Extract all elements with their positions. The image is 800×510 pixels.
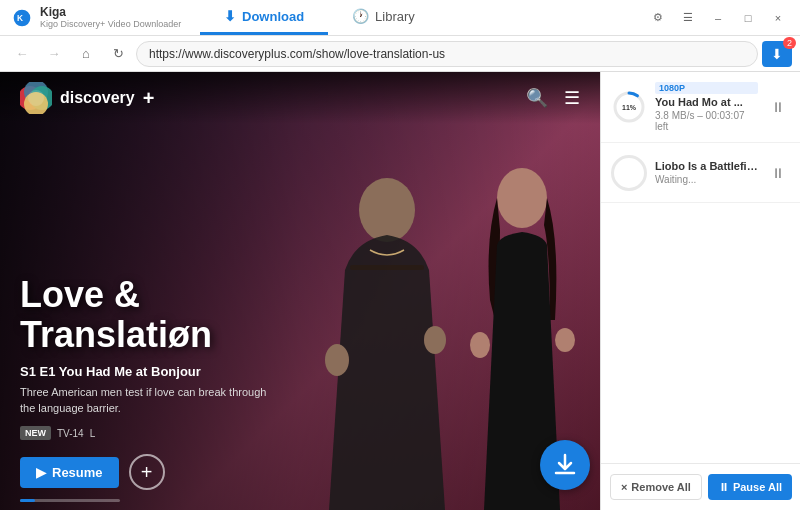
download-item-1: 11% 1080P You Had Mo at ... 3.8 MB/s – 0… (601, 72, 800, 143)
tag-rating: TV-14 (57, 428, 84, 439)
download-item-1-status: 3.8 MB/s – 00:03:07 left (655, 110, 758, 132)
settings-button[interactable]: ⚙ (644, 4, 672, 32)
app-logo-icon: K (12, 8, 32, 28)
hero-title: Love &Translatiøn (20, 275, 280, 354)
tag-new: NEW (20, 426, 51, 440)
download-item-2-title: Liobo Is a Battlefield (655, 160, 758, 172)
tabs-area: ⬇ Download 🕐 Library (200, 0, 644, 35)
pause-all-label: Pause All (733, 481, 782, 493)
download-panel: 11% 1080P You Had Mo at ... 3.8 MB/s – 0… (600, 72, 800, 510)
svg-point-5 (424, 326, 446, 354)
discovery-logo: discovery + (20, 82, 154, 114)
hero-content: Love &Translatiøn S1 E1 You Had Me at Bo… (0, 275, 300, 510)
download-item-2-info: Liobo Is a Battlefield Waiting... (655, 160, 758, 185)
svg-point-7 (470, 332, 490, 358)
download-tab-label: Download (242, 9, 304, 24)
play-icon: ▶ (36, 465, 46, 480)
app-subtitle: Kigo Discovery+ Video Downloader (40, 19, 181, 30)
back-button[interactable]: ← (8, 40, 36, 68)
download-badge-icon: ⬇ (771, 46, 783, 62)
add-to-list-button[interactable]: + (129, 454, 165, 490)
hero-description: Three American men test if love can brea… (20, 385, 280, 416)
waiting-circle-2 (611, 155, 647, 191)
hamburger-menu-icon[interactable]: ☰ (564, 87, 580, 109)
discovery-nav: 🔍 ☰ (526, 87, 580, 109)
plus-icon: + (141, 461, 153, 484)
download-progress-circle-1: 11% (611, 89, 647, 125)
close-button[interactable]: × (764, 4, 792, 32)
address-input[interactable] (136, 41, 758, 67)
window-controls: ⚙ ☰ – □ × (644, 4, 800, 32)
search-icon[interactable]: 🔍 (526, 87, 548, 109)
hero-section: discovery + 🔍 ☰ Love &Translatiøn S1 E1 … (0, 72, 600, 510)
svg-point-2 (359, 178, 415, 242)
maximize-button[interactable]: □ (734, 4, 762, 32)
pause-item-2-button[interactable]: ⏸ (766, 161, 790, 185)
main-area: discovery + 🔍 ☰ Love &Translatiøn S1 E1 … (0, 72, 800, 510)
app-title-text: Kiga Kigo Discovery+ Video Downloader (40, 5, 181, 30)
hero-episode: S1 E1 You Had Me at Bonjour (20, 364, 280, 379)
download-item-2: Liobo Is a Battlefield Waiting... ⏸ (601, 143, 800, 203)
svg-text:11%: 11% (622, 104, 637, 111)
title-bar: K Kiga Kigo Discovery+ Video Downloader … (0, 0, 800, 36)
resume-button[interactable]: ▶ Resume (20, 457, 119, 488)
minimize-button[interactable]: – (704, 4, 732, 32)
discovery-header: discovery + 🔍 ☰ (0, 72, 600, 124)
browser-view: discovery + 🔍 ☰ Love &Translatiøn S1 E1 … (0, 72, 600, 510)
download-badge-count: 2 (783, 37, 796, 49)
quality-badge-1: 1080P (655, 82, 758, 94)
download-tab-icon: ⬇ (224, 8, 236, 24)
download-item-1-title: You Had Mo at ... (655, 96, 758, 108)
download-floating-button[interactable] (540, 440, 590, 490)
svg-point-4 (325, 344, 349, 376)
hero-actions: ▶ Resume + (20, 454, 280, 490)
remove-all-icon: × (621, 481, 627, 493)
tab-library[interactable]: 🕐 Library (328, 0, 439, 35)
remove-all-label: Remove All (631, 481, 691, 493)
app-name: Kiga (40, 5, 181, 19)
download-item-1-info: 1080P You Had Mo at ... 3.8 MB/s – 00:03… (655, 82, 758, 132)
hero-tags: NEW TV-14 L (20, 426, 280, 440)
address-bar: ← → ⌂ ↻ ⬇ 2 (0, 36, 800, 72)
tag-lang: L (90, 428, 96, 439)
svg-text:K: K (17, 13, 23, 23)
download-badge-button[interactable]: ⬇ 2 (762, 41, 792, 67)
app-info: K Kiga Kigo Discovery+ Video Downloader (0, 5, 200, 30)
home-button[interactable]: ⌂ (72, 40, 100, 68)
tab-download[interactable]: ⬇ Download (200, 0, 328, 35)
menu-button[interactable]: ☰ (674, 4, 702, 32)
discovery-logo-icon (20, 82, 52, 114)
pause-all-button[interactable]: ⏸ Pause All (708, 474, 792, 500)
svg-point-8 (555, 328, 575, 352)
download-item-2-status: Waiting... (655, 174, 758, 185)
svg-point-14 (28, 90, 44, 106)
download-panel-footer: × Remove All ⏸ Pause All (601, 463, 800, 510)
refresh-button[interactable]: ↻ (104, 40, 132, 68)
library-tab-label: Library (375, 9, 415, 24)
svg-point-6 (497, 168, 547, 228)
forward-button[interactable]: → (40, 40, 68, 68)
pause-all-icon: ⏸ (718, 481, 729, 493)
discovery-logo-plus: + (143, 87, 155, 110)
remove-all-button[interactable]: × Remove All (610, 474, 702, 500)
pause-item-1-button[interactable]: ⏸ (766, 95, 790, 119)
discovery-logo-text: discovery (60, 89, 135, 107)
resume-label: Resume (52, 465, 103, 480)
svg-rect-3 (350, 265, 424, 270)
library-tab-icon: 🕐 (352, 8, 369, 24)
download-floating-icon (553, 453, 577, 477)
